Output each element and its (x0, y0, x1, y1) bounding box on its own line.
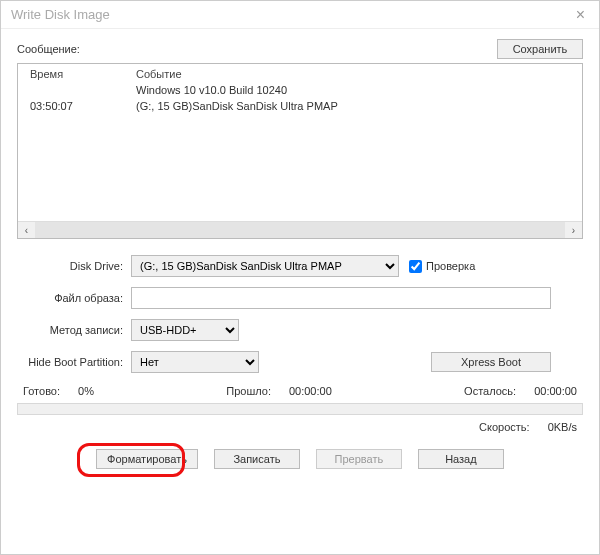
log-event: Windows 10 v10.0 Build 10240 (136, 84, 574, 96)
log-time: 03:50:07 (26, 100, 136, 112)
ready-value: 0% (78, 385, 94, 397)
action-buttons: Форматировать Записать Прервать Назад (17, 449, 583, 469)
dialog-content: Сообщение: Сохранить Время Событие Windo… (1, 29, 599, 554)
close-icon[interactable]: × (570, 6, 591, 24)
verify-checkbox-wrapper[interactable]: Проверка (409, 260, 475, 273)
ready-label: Готово: (23, 385, 60, 397)
horizontal-scrollbar[interactable]: ‹ › (18, 221, 582, 238)
abort-button[interactable]: Прервать (316, 449, 402, 469)
verify-checkbox[interactable] (409, 260, 422, 273)
log-row: Windows 10 v10.0 Build 10240 (26, 82, 574, 98)
image-file-input[interactable] (131, 287, 551, 309)
verify-label: Проверка (426, 260, 475, 272)
write-button[interactable]: Записать (214, 449, 300, 469)
log-row: 03:50:07 (G:, 15 GB)SanDisk SanDisk Ultr… (26, 98, 574, 114)
write-disk-image-window: Write Disk Image × Сообщение: Сохранить … (0, 0, 600, 555)
elapsed-label: Прошло: (226, 385, 271, 397)
scroll-track[interactable] (35, 222, 565, 238)
hide-boot-label: Hide Boot Partition: (21, 356, 131, 368)
hide-boot-select[interactable]: Нет (131, 351, 259, 373)
disk-drive-select[interactable]: (G:, 15 GB)SanDisk SanDisk Ultra PMAP (131, 255, 399, 277)
speed-row: Скорость: 0KB/s (17, 421, 583, 433)
elapsed-value: 00:00:00 (289, 385, 332, 397)
status-row: Готово: 0% Прошло: 00:00:00 Осталось: 00… (17, 385, 583, 397)
scroll-right-icon[interactable]: › (565, 225, 582, 236)
back-button[interactable]: Назад (418, 449, 504, 469)
speed-label: Скорость: (479, 421, 530, 433)
log-header-event: Событие (136, 68, 574, 80)
log-body: Windows 10 v10.0 Build 10240 03:50:07 (G… (18, 82, 582, 221)
image-file-label: Файл образа: (21, 292, 131, 304)
log-time (26, 84, 136, 96)
progress-bar (17, 403, 583, 415)
titlebar: Write Disk Image × (1, 1, 599, 29)
save-button[interactable]: Сохранить (497, 39, 583, 59)
log-event: (G:, 15 GB)SanDisk SanDisk Ultra PMAP (136, 100, 574, 112)
speed-value: 0KB/s (548, 421, 577, 433)
write-method-label: Метод записи: (21, 324, 131, 336)
log-header: Время Событие (18, 64, 582, 82)
scroll-left-icon[interactable]: ‹ (18, 225, 35, 236)
disk-drive-label: Disk Drive: (21, 260, 131, 272)
form-area: Disk Drive: (G:, 15 GB)SanDisk SanDisk U… (17, 255, 583, 373)
log-header-time: Время (26, 68, 136, 80)
message-log: Время Событие Windows 10 v10.0 Build 102… (17, 63, 583, 239)
write-method-select[interactable]: USB-HDD+ (131, 319, 239, 341)
remain-label: Осталось: (464, 385, 516, 397)
remain-value: 00:00:00 (534, 385, 577, 397)
message-label: Сообщение: (17, 43, 80, 55)
xpress-boot-button[interactable]: Xpress Boot (431, 352, 551, 372)
window-title: Write Disk Image (11, 7, 110, 22)
format-button[interactable]: Форматировать (96, 449, 198, 469)
